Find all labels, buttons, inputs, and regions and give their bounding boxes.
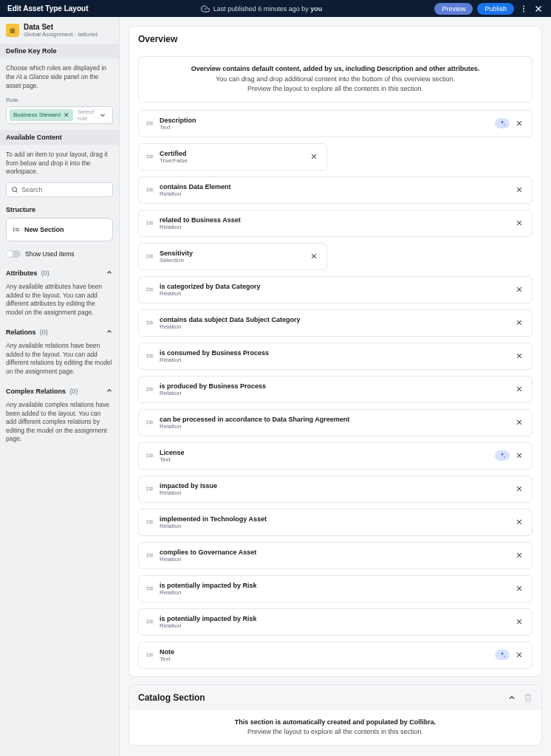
attributes-desc: Any available attributes have been added…: [0, 281, 119, 323]
remove-card-icon[interactable]: [514, 118, 524, 128]
role-chip: Business Steward ✕: [10, 109, 73, 121]
drag-handle-icon[interactable]: [146, 120, 154, 127]
card-meta: contains Data ElementRelation: [160, 183, 508, 197]
drag-handle-icon[interactable]: [146, 551, 154, 559]
drag-handle-icon[interactable]: [146, 452, 154, 459]
card-actions: [514, 417, 524, 427]
search-input[interactable]: [6, 182, 113, 197]
content-card[interactable]: is categorized by Data CategoryRelation: [138, 276, 533, 303]
ai-sparkle-icon[interactable]: [495, 650, 510, 660]
overview-panel: Overview Overview contains default conte…: [129, 26, 542, 677]
remove-card-icon[interactable]: [514, 650, 524, 660]
remove-card-icon[interactable]: [514, 484, 524, 494]
content-card[interactable]: is produced by Business ProcessRelation: [138, 376, 533, 403]
content-card[interactable]: is consumed by Business ProcessRelation: [138, 343, 533, 370]
asset-name: Data Set: [24, 23, 97, 31]
remove-card-icon[interactable]: [514, 450, 524, 461]
role-select[interactable]: Business Steward ✕ Select role: [6, 106, 113, 124]
content-card[interactable]: DescriptionText: [138, 110, 533, 137]
more-icon[interactable]: [519, 4, 529, 14]
card-actions: [514, 384, 524, 394]
card-type: Text: [160, 124, 489, 131]
card-title: Certified: [160, 150, 303, 157]
drag-handle-icon[interactable]: [146, 419, 154, 426]
remove-card-icon[interactable]: [514, 317, 524, 328]
drag-handle-icon[interactable]: [146, 252, 154, 260]
trash-icon[interactable]: [524, 693, 533, 702]
accordion-relations[interactable]: Relations (0): [0, 323, 119, 340]
ai-sparkle-icon[interactable]: [495, 450, 510, 461]
drag-handle-icon[interactable]: [146, 352, 154, 360]
card-actions: [514, 517, 524, 527]
content-card[interactable]: LicenseText: [138, 442, 533, 470]
card-meta: related to Business AssetRelation: [160, 216, 508, 230]
card-meta: DescriptionText: [160, 117, 489, 131]
drag-handle-icon[interactable]: [146, 385, 154, 393]
content-card[interactable]: can be processed in accordance to Data S…: [138, 409, 533, 436]
drag-handle-icon[interactable]: [146, 286, 154, 293]
content-card[interactable]: NoteText: [138, 642, 533, 669]
remove-card-icon[interactable]: [514, 550, 524, 560]
remove-card-icon[interactable]: [514, 351, 524, 361]
remove-card-icon[interactable]: [514, 583, 524, 594]
card-type: Relation: [160, 556, 508, 563]
card-meta: SensitivitySelection: [160, 250, 303, 264]
ai-sparkle-icon[interactable]: [495, 118, 510, 128]
remove-card-icon[interactable]: [514, 284, 524, 295]
remove-card-icon[interactable]: [514, 517, 524, 527]
cloud-icon: [201, 4, 210, 13]
overview-title: Overview: [129, 27, 541, 52]
card-meta: is categorized by Data CategoryRelation: [160, 283, 508, 297]
content-card[interactable]: contains Data ElementRelation: [138, 176, 533, 204]
show-used-toggle[interactable]: Show Used Items: [0, 244, 119, 264]
svg-line-6: [16, 191, 18, 193]
topbar-actions: Preview Publish: [434, 3, 544, 15]
svg-point-1: [523, 8, 524, 10]
content-card[interactable]: impacted by IssueRelation: [138, 475, 533, 503]
new-section-card[interactable]: New Section: [6, 218, 113, 241]
accordion-complex[interactable]: Complex Relations (0): [0, 382, 119, 399]
card-actions: [495, 118, 524, 128]
remove-card-icon[interactable]: [514, 384, 524, 394]
remove-card-icon[interactable]: [309, 251, 319, 261]
drag-handle-icon[interactable]: [146, 186, 154, 193]
drag-handle-icon[interactable]: [146, 219, 154, 227]
topbar: Edit Asset Type Layout Last published 6 …: [0, 0, 551, 17]
overview-description: Overview contains default content, added…: [138, 56, 533, 103]
drag-handle-icon[interactable]: [146, 651, 154, 659]
content-card[interactable]: related to Business AssetRelation: [138, 210, 533, 237]
remove-card-icon[interactable]: [309, 151, 319, 162]
content-card[interactable]: SensitivitySelection: [138, 243, 327, 270]
content-card[interactable]: implemented in Technology AssetRelation: [138, 509, 533, 536]
remove-card-icon[interactable]: [514, 218, 524, 228]
chevron-down-icon[interactable]: [99, 111, 109, 119]
card-meta: can be processed in accordance to Data S…: [160, 416, 508, 430]
drag-handle-icon[interactable]: [146, 618, 154, 625]
chevron-up-icon[interactable]: [507, 693, 516, 702]
content-card[interactable]: CertifiedTrue/False: [138, 143, 327, 171]
card-actions: [309, 251, 319, 261]
card-type: True/False: [160, 157, 303, 164]
content-card[interactable]: contains data subject Data Subject Categ…: [138, 309, 533, 337]
drag-handle-icon[interactable]: [13, 226, 20, 233]
drag-handle-icon[interactable]: [146, 585, 154, 592]
card-title: related to Business Asset: [160, 216, 508, 224]
remove-card-icon[interactable]: [514, 185, 524, 195]
role-chip-remove-icon[interactable]: ✕: [64, 111, 69, 119]
close-icon[interactable]: [533, 4, 544, 14]
accordion-attributes[interactable]: Attributes (0): [0, 264, 119, 281]
preview-button[interactable]: Preview: [434, 3, 473, 15]
card-title: is produced by Business Process: [160, 382, 508, 390]
remove-card-icon[interactable]: [514, 616, 524, 627]
content-card[interactable]: complies to Governance AssetRelation: [138, 542, 533, 569]
content-card[interactable]: is potentially impacted by RiskRelation: [138, 575, 533, 602]
drag-handle-icon[interactable]: [146, 153, 154, 160]
drag-handle-icon[interactable]: [146, 319, 154, 326]
drag-handle-icon[interactable]: [146, 518, 154, 526]
drag-handle-icon[interactable]: [146, 485, 154, 492]
remove-card-icon[interactable]: [514, 417, 524, 427]
card-title: License: [160, 449, 489, 456]
publish-button[interactable]: Publish: [477, 3, 514, 15]
chevron-up-icon: [106, 328, 113, 335]
content-card[interactable]: is potentially impacted by RiskRelation: [138, 608, 533, 636]
